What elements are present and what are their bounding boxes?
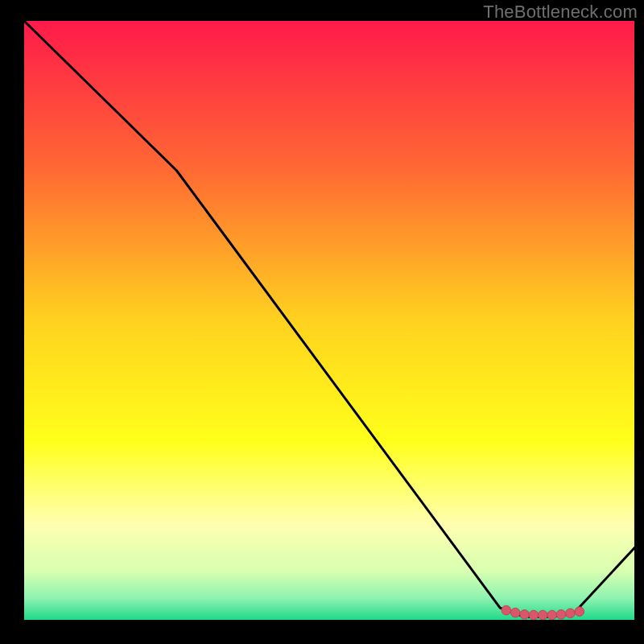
highlight-marker bbox=[502, 605, 511, 615]
bottleneck-chart bbox=[0, 0, 644, 644]
chart-stage: TheBottleneck.com bbox=[0, 0, 644, 644]
highlight-marker bbox=[520, 610, 530, 620]
highlight-marker bbox=[547, 610, 557, 620]
highlight-marker bbox=[566, 609, 576, 618]
highlight-marker bbox=[510, 608, 520, 617]
highlight-marker bbox=[575, 607, 584, 617]
watermark-text: TheBottleneck.com bbox=[483, 2, 638, 23]
highlight-marker bbox=[556, 610, 566, 620]
highlight-marker bbox=[529, 610, 539, 620]
highlight-marker bbox=[539, 610, 548, 620]
